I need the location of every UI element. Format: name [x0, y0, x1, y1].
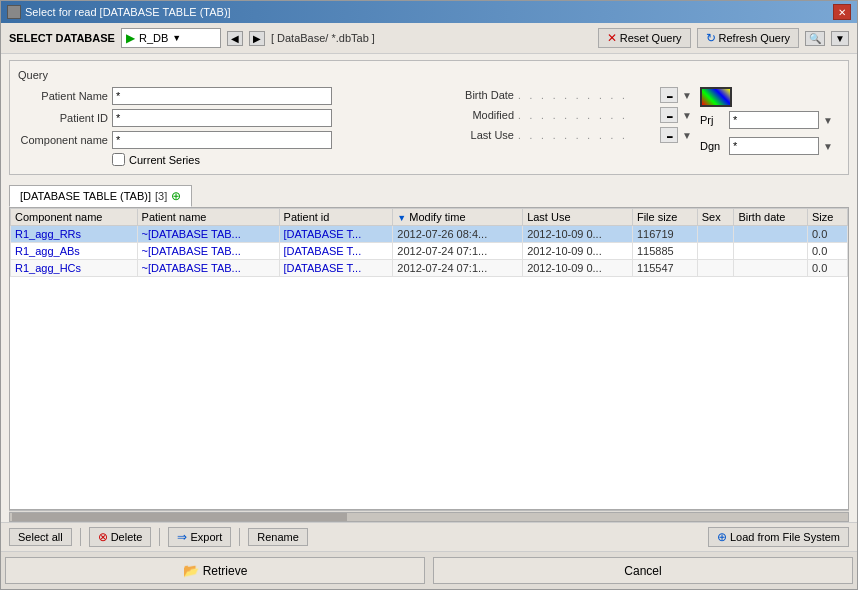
rename-button[interactable]: Rename	[248, 528, 308, 546]
separator-2	[159, 528, 160, 546]
database-selector[interactable]: ▶ R_DB ▼	[121, 28, 221, 48]
cell-patient-id: [DATABASE T...	[279, 260, 393, 277]
dgn-dd-icon[interactable]: ▼	[823, 141, 833, 152]
separator-3	[239, 528, 240, 546]
last-use-label: Last Use	[434, 129, 514, 141]
prj-row: Prj ▼	[700, 111, 833, 129]
col-modify-time[interactable]: ▼ Modify time	[393, 209, 523, 226]
delete-icon: ⊗	[98, 530, 108, 544]
color-thumbnail	[700, 87, 732, 107]
col-patient-id[interactable]: Patient id	[279, 209, 393, 226]
current-series-checkbox[interactable]	[112, 153, 125, 166]
component-name-input[interactable]	[112, 131, 332, 149]
table-row[interactable]: R1_agg_ABs ~[DATABASE TAB... [DATABASE T…	[11, 243, 848, 260]
action-bar: 📂 Retrieve Cancel	[1, 551, 857, 589]
retrieve-icon: 📂	[183, 563, 199, 578]
load-icon: ⊕	[717, 530, 727, 544]
cell-last-use: 2012-10-09 0...	[523, 260, 633, 277]
col-size[interactable]: Size	[808, 209, 848, 226]
prj-input[interactable]	[729, 111, 819, 129]
query-section: Query Patient Name Patient ID Component …	[9, 60, 849, 175]
load-from-file-system-button[interactable]: ⊕ Load from File System	[708, 527, 849, 547]
cell-modify-time: 2012-07-24 07:1...	[393, 260, 523, 277]
modified-dd-icon[interactable]: ▼	[682, 110, 692, 121]
db-name-text: R_DB	[139, 32, 168, 44]
birth-date-calendar-icon[interactable]: 🗕	[660, 87, 678, 103]
refresh-query-button[interactable]: ↻ Refresh Query	[697, 28, 800, 48]
last-use-calendar-icon[interactable]: 🗕	[660, 127, 678, 143]
cell-file-size: 116719	[632, 226, 697, 243]
table-row[interactable]: R1_agg_RRs ~[DATABASE TAB... [DATABASE T…	[11, 226, 848, 243]
cell-patient-id: [DATABASE T...	[279, 243, 393, 260]
next-nav-button[interactable]: ▶	[249, 31, 265, 46]
cell-last-use: 2012-10-09 0...	[523, 226, 633, 243]
tab-label: [DATABASE TABLE (TAB)]	[20, 190, 151, 202]
component-name-label: Component name	[18, 134, 108, 146]
patient-id-input[interactable]	[112, 109, 332, 127]
reset-icon: ✕	[607, 31, 617, 45]
patient-name-row: Patient Name	[18, 87, 424, 105]
component-name-row: Component name	[18, 131, 424, 149]
cell-component-name: R1_agg_ABs	[11, 243, 138, 260]
col-sex[interactable]: Sex	[697, 209, 734, 226]
retrieve-button[interactable]: 📂 Retrieve	[5, 557, 425, 584]
cell-patient-name: ~[DATABASE TAB...	[137, 243, 279, 260]
cell-modify-time: 2012-07-24 07:1...	[393, 243, 523, 260]
main-tab[interactable]: [DATABASE TABLE (TAB)] [3] ⊕	[9, 185, 192, 207]
play-icon: ▶	[126, 31, 135, 45]
title-bar: Select for read [DATABASE TABLE (TAB)] ✕	[1, 1, 857, 23]
path-label: [ DataBase/ *.dbTab ]	[271, 32, 375, 44]
tab-arrow-icon: ⊕	[171, 189, 181, 203]
cell-birth-date	[734, 243, 808, 260]
dgn-row: Dgn ▼	[700, 137, 833, 155]
close-button[interactable]: ✕	[833, 4, 851, 20]
patient-id-label: Patient ID	[18, 112, 108, 124]
birth-date-label: Birth Date	[434, 89, 514, 101]
last-use-row: Last Use . . . . . . . . . . 🗕 ▼	[434, 127, 692, 143]
prj-dd-icon[interactable]: ▼	[823, 115, 833, 126]
refresh-icon: ↻	[706, 31, 716, 45]
cell-sex	[697, 260, 734, 277]
separator-1	[80, 528, 81, 546]
dropdown-button[interactable]: ▼	[831, 31, 849, 46]
cell-patient-id: [DATABASE T...	[279, 226, 393, 243]
cancel-button[interactable]: Cancel	[433, 557, 853, 584]
cell-sex	[697, 226, 734, 243]
patient-name-input[interactable]	[112, 87, 332, 105]
main-toolbar: SELECT DATABASE ▶ R_DB ▼ ◀ ▶ [ DataBase/…	[1, 23, 857, 54]
horizontal-scrollbar[interactable]	[9, 510, 849, 522]
prev-nav-button[interactable]: ◀	[227, 31, 243, 46]
options-button[interactable]: 🔍	[805, 31, 825, 46]
bottom-toolbar: Select all ⊗ Delete ⇒ Export Rename ⊕ Lo…	[1, 522, 857, 551]
col-last-use[interactable]: Last Use	[523, 209, 633, 226]
birth-date-dd-icon[interactable]: ▼	[682, 90, 692, 101]
select-all-button[interactable]: Select all	[9, 528, 72, 546]
last-use-dd-icon[interactable]: ▼	[682, 130, 692, 141]
cell-sex	[697, 243, 734, 260]
reset-query-button[interactable]: ✕ Reset Query	[598, 28, 691, 48]
cell-size: 0.0	[808, 260, 848, 277]
col-patient-name[interactable]: Patient name	[137, 209, 279, 226]
delete-button[interactable]: ⊗ Delete	[89, 527, 152, 547]
patient-id-row: Patient ID	[18, 109, 424, 127]
col-file-size[interactable]: File size	[632, 209, 697, 226]
col-component-name[interactable]: Component name	[11, 209, 138, 226]
chevron-down-icon: ▼	[172, 33, 181, 43]
patient-name-label: Patient Name	[18, 90, 108, 102]
cell-component-name: R1_agg_HCs	[11, 260, 138, 277]
current-series-row: Current Series	[112, 153, 424, 166]
cell-size: 0.0	[808, 226, 848, 243]
modified-label: Modified	[434, 109, 514, 121]
tab-count: [3]	[155, 190, 167, 202]
modified-calendar-icon[interactable]: 🗕	[660, 107, 678, 123]
cell-file-size: 115885	[632, 243, 697, 260]
table-row[interactable]: R1_agg_HCs ~[DATABASE TAB... [DATABASE T…	[11, 260, 848, 277]
col-birth-date[interactable]: Birth date	[734, 209, 808, 226]
cell-birth-date	[734, 260, 808, 277]
cell-patient-name: ~[DATABASE TAB...	[137, 226, 279, 243]
export-button[interactable]: ⇒ Export	[168, 527, 231, 547]
dgn-label: Dgn	[700, 140, 725, 152]
modified-row: Modified . . . . . . . . . . 🗕 ▼	[434, 107, 692, 123]
dgn-input[interactable]	[729, 137, 819, 155]
title-bar-text: Select for read [DATABASE TABLE (TAB)]	[25, 6, 231, 18]
